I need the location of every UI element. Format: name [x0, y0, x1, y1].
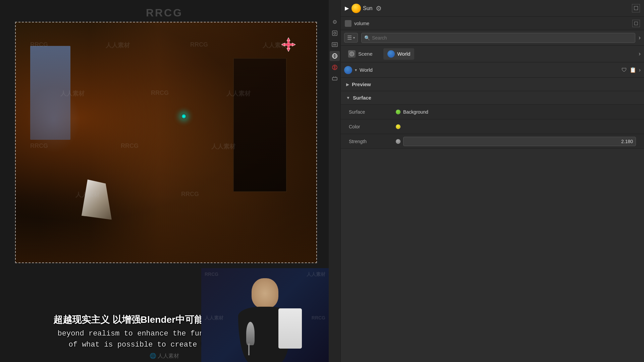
svg-marker-0: [287, 38, 290, 41]
svg-marker-2: [281, 43, 285, 46]
search-box: 🔍: [361, 33, 635, 43]
webcam-wm4: RRCG: [312, 315, 325, 320]
volume-icon: [345, 20, 352, 27]
view-mode-arrow: ▾: [353, 36, 355, 40]
surface-arrow-icon: ▼: [346, 96, 350, 100]
world-tab-icon: [387, 50, 395, 58]
preview-arrow-icon: ▶: [346, 82, 349, 87]
panel-expand-btn[interactable]: ☐: [632, 4, 640, 12]
panel-collapse-arrow[interactable]: ›: [639, 34, 641, 41]
wm7: 人人素材: [226, 89, 251, 98]
wm6: RRCG: [151, 89, 169, 97]
bottom-logo: 🌐 人人素材: [150, 353, 179, 360]
wm8: RRCG: [30, 142, 48, 149]
color-prop-label: Color: [349, 124, 396, 129]
strength-prop-value-area: [396, 137, 636, 146]
presenter-figure: [218, 275, 312, 362]
left-sidebar: ⚙: [329, 0, 341, 362]
sun-sphere-icon: [352, 4, 361, 13]
play-button[interactable]: ▶: [345, 5, 349, 11]
world-selector-expand-arrow[interactable]: ›: [639, 67, 641, 73]
surface-section-header[interactable]: ▼ Surface: [341, 91, 644, 105]
surface-value-text: Background: [403, 109, 428, 115]
wm1: RRCG: [30, 41, 48, 48]
desk-item: [278, 308, 302, 349]
properties-panel: ⚙: [329, 0, 644, 362]
microphone: [246, 322, 255, 345]
svg-marker-3: [292, 43, 296, 46]
svg-rect-15: [332, 77, 337, 80]
svg-rect-5: [285, 44, 292, 46]
svg-rect-6: [332, 31, 337, 36]
webcam-area: RRCG 人人素材 人人素材 RRCG: [201, 268, 329, 362]
volume-label: volume: [354, 21, 369, 26]
preview-section-title: Preview: [352, 81, 371, 87]
presenter-head: [252, 278, 278, 308]
world-selector-dropdown-arrow[interactable]: ▾: [355, 68, 357, 72]
surface-section: ▼ Surface Surface Background Color: [341, 91, 644, 149]
wm12: RRCG: [181, 191, 199, 198]
tab-world-label: World: [397, 51, 411, 57]
svg-rect-9: [333, 44, 336, 46]
sun-icon-area: Sun ⚙: [352, 4, 382, 13]
surface-color-dot[interactable]: [396, 110, 400, 114]
webcam-wm2: 人人素材: [307, 272, 325, 278]
properties-content[interactable]: ▶ Preview ▼ Surface Surface Background: [341, 78, 644, 362]
search-row: ☰ ▾ 🔍 ›: [341, 30, 644, 46]
sidebar-world-btn[interactable]: [330, 51, 340, 61]
webcam-wm3: 人人素材: [205, 315, 223, 321]
viewport-area: RRCG RRCG 人人素材 RRCG 人人素材 人人素材 RRCG 人人素材 …: [0, 0, 329, 362]
search-input[interactable]: [372, 35, 632, 41]
panel-main: ▶ Sun ⚙ ☐ volume ☐ ☰ ▾ 🔍 ›: [341, 0, 644, 362]
shield-icon[interactable]: 🛡: [622, 67, 627, 73]
webcam-wm1: RRCG: [205, 272, 218, 277]
strength-prop-label: Strength: [349, 139, 396, 144]
strength-prop-row: Strength: [341, 134, 644, 149]
sidebar-tools-btn[interactable]: ⚙: [330, 17, 340, 27]
teal-accent-light: [181, 114, 186, 119]
world-selector-row: ▾ World 🛡 📋 ›: [341, 62, 644, 78]
gear-icon[interactable]: ⚙: [376, 4, 382, 12]
color-prop-row: Color: [341, 119, 644, 134]
copy-icon[interactable]: 📋: [630, 67, 636, 73]
world-selector-label: World: [360, 67, 619, 73]
wm5: 人人素材: [60, 89, 85, 98]
color-prop-value-area: [396, 124, 636, 129]
sidebar-constraints-btn[interactable]: [330, 74, 340, 84]
wm11: 人人素材: [75, 191, 100, 199]
wm9: RRCG: [121, 142, 139, 149]
surface-section-title: Surface: [353, 95, 371, 101]
tab-scene[interactable]: Scene: [344, 48, 377, 60]
wm2: 人人素材: [106, 41, 130, 49]
view-mode-button[interactable]: ☰ ▾: [344, 33, 358, 43]
surface-prop-value-area: Background: [396, 109, 636, 115]
strength-input[interactable]: [403, 137, 636, 146]
world-selector-icon: [344, 66, 352, 74]
doorway: [233, 58, 287, 192]
sidebar-render-btn[interactable]: [330, 40, 340, 50]
tabs-right-arrow[interactable]: ›: [639, 50, 641, 57]
wm3: RRCG: [190, 41, 208, 48]
color-value-dot[interactable]: [396, 124, 400, 129]
scene-background: RRCG 人人素材 RRCG 人人素材 人人素材 RRCG 人人素材 RRCG …: [15, 22, 317, 263]
panel-top-bar: ▶ Sun ⚙ ☐: [341, 0, 644, 17]
floor: [15, 196, 317, 263]
svg-marker-1: [287, 48, 290, 52]
tab-world[interactable]: World: [383, 48, 415, 60]
volume-row: volume ☐: [341, 17, 644, 30]
sidebar-scene-btn[interactable]: [330, 28, 340, 38]
wm10: 人人素材: [211, 142, 235, 150]
search-icon: 🔍: [364, 35, 370, 41]
sun-label: Sun: [363, 5, 372, 11]
viewport-canvas[interactable]: RRCG 人人素材 RRCG 人人素材 人人素材 RRCG 人人素材 RRCG …: [15, 22, 317, 263]
surface-prop-label: Surface: [349, 109, 396, 115]
strength-dot: [396, 139, 400, 144]
webcam-background: RRCG 人人素材 人人素材 RRCG: [201, 268, 329, 362]
surface-prop-row: Surface Background: [341, 105, 644, 119]
volume-expand-btn[interactable]: ☐: [632, 20, 640, 27]
svg-point-7: [334, 32, 336, 34]
bottom-bar: 🌐 人人素材: [0, 350, 329, 362]
title-watermark: RRCG: [146, 7, 183, 19]
sidebar-particles-btn[interactable]: [330, 62, 340, 72]
preview-section-header[interactable]: ▶ Preview: [341, 78, 644, 91]
